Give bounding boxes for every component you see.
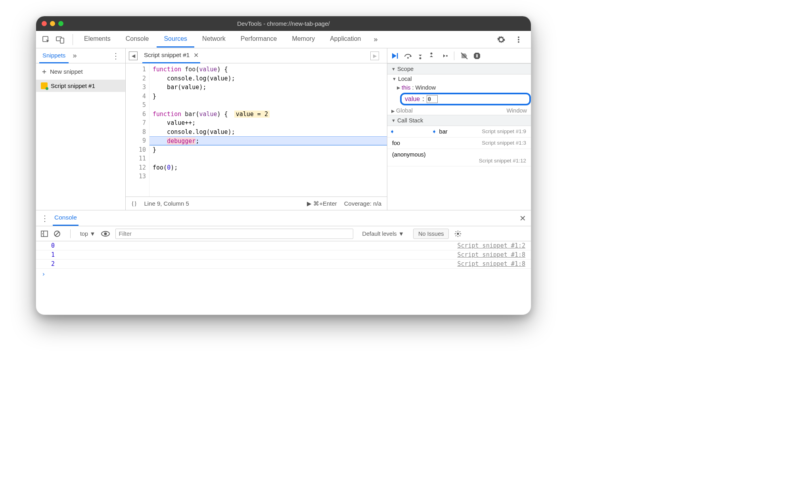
console-log-row[interactable]: 1Script snippet #1:8: [36, 250, 531, 260]
step-icon[interactable]: [440, 53, 448, 59]
debugger-toolbar: [387, 48, 531, 63]
close-drawer-icon[interactable]: ✕: [519, 214, 526, 223]
scope-local-header[interactable]: ▼ Local: [387, 74, 531, 83]
tab-application[interactable]: Application: [323, 31, 368, 48]
close-tab-icon[interactable]: ✕: [193, 52, 199, 59]
context-selector[interactable]: top ▼: [80, 231, 96, 237]
sources-panel: Snippets » ⋮ ＋ New snippet Script snippe…: [36, 48, 531, 210]
tab-console[interactable]: Console: [119, 31, 156, 48]
divider: [73, 34, 73, 45]
run-snippet-button[interactable]: ▶ ⌘+Enter: [307, 200, 337, 207]
tab-performance[interactable]: Performance: [234, 31, 284, 48]
step-out-icon[interactable]: [429, 52, 434, 59]
console-log-row[interactable]: 0Script snippet #1:2: [36, 241, 531, 250]
tab-network[interactable]: Network: [195, 31, 233, 48]
navigator-more-tabs-icon[interactable]: »: [73, 52, 77, 60]
console-toolbar: top ▼ Default levels ▼ No Issues: [36, 226, 531, 241]
navigator-menu-icon[interactable]: ⋮: [109, 51, 122, 61]
live-expression-icon[interactable]: [101, 231, 110, 237]
pretty-print-icon[interactable]: {}: [131, 200, 137, 207]
svg-point-9: [431, 52, 433, 54]
clear-console-icon[interactable]: [54, 230, 61, 237]
titlebar: DevTools - chrome://new-tab-page/: [36, 16, 531, 31]
new-snippet-button[interactable]: ＋ New snippet: [36, 63, 125, 80]
console-drawer: ⋮ Console ✕ top ▼ Default levels ▼ No Is…: [36, 210, 531, 279]
deactivate-breakpoints-icon[interactable]: [461, 52, 468, 59]
editor-pane: ◀ Script snippet #1 ✕ ▶ 1234567891011121…: [126, 48, 387, 210]
editor-history-back-icon[interactable]: ◀: [129, 52, 138, 60]
device-toggle-icon[interactable]: [54, 34, 66, 46]
line-gutter: 12345678910111213: [126, 63, 149, 197]
console-settings-icon[interactable]: [454, 230, 462, 237]
triangle-right-icon: ▶: [391, 109, 395, 113]
svg-rect-11: [476, 54, 477, 57]
scope-section-header[interactable]: ▼ Scope: [387, 63, 531, 74]
svg-point-10: [446, 55, 448, 57]
log-levels-selector[interactable]: Default levels ▼: [359, 229, 408, 239]
svg-point-16: [104, 232, 107, 235]
svg-point-4: [518, 39, 519, 40]
drawer-tab-console[interactable]: Console: [53, 210, 79, 226]
code-editor[interactable]: 12345678910111213 function foo(value) { …: [126, 63, 387, 197]
pause-exceptions-icon[interactable]: [473, 52, 481, 59]
navigator-tabs: Snippets » ⋮: [36, 48, 125, 63]
triangle-down-icon: ▼: [391, 67, 396, 71]
console-log-row[interactable]: 2Script snippet #1:8: [36, 260, 531, 269]
snippet-file-icon: [41, 82, 48, 89]
log-source-link[interactable]: Script snippet #1:2: [457, 242, 525, 249]
panel-tabs: Elements Console Sources Network Perform…: [77, 31, 495, 48]
drawer-menu-icon[interactable]: ⋮: [41, 214, 49, 223]
console-prompt[interactable]: ›: [36, 269, 531, 279]
code-content[interactable]: function foo(value) { console.log(value)…: [149, 63, 387, 197]
call-stack-frame[interactable]: ➧barScript snippet #1:9: [387, 126, 531, 137]
tab-sources[interactable]: Sources: [157, 31, 194, 48]
triangle-down-icon: ▼: [392, 76, 396, 81]
console-log-list: 0Script snippet #1:21Script snippet #1:8…: [36, 241, 531, 269]
svg-point-3: [518, 36, 519, 38]
svg-point-7: [407, 57, 409, 59]
triangle-right-icon: ▶: [397, 85, 400, 90]
svg-rect-6: [397, 53, 398, 59]
editor-tab-label: Script snippet #1: [144, 52, 190, 59]
call-stack-list: ➧barScript snippet #1:9fooScript snippet…: [387, 126, 531, 166]
step-over-icon[interactable]: [404, 53, 412, 59]
drawer-tabs: ⋮ Console ✕: [36, 210, 531, 226]
snippet-item[interactable]: Script snippet #1: [36, 80, 125, 92]
call-stack-frame[interactable]: (anonymous)Script snippet #1:12: [387, 149, 531, 166]
call-stack-section-header[interactable]: ▼ Call Stack: [387, 115, 531, 126]
tab-memory[interactable]: Memory: [285, 31, 322, 48]
svg-rect-12: [477, 54, 478, 57]
log-source-link[interactable]: Script snippet #1:8: [457, 260, 525, 267]
svg-point-5: [518, 41, 519, 43]
navigator-tab-snippets[interactable]: Snippets: [39, 48, 69, 63]
step-into-icon[interactable]: [417, 52, 423, 59]
more-tabs-icon[interactable]: »: [369, 31, 382, 48]
navigator-pane: Snippets » ⋮ ＋ New snippet Script snippe…: [36, 48, 126, 210]
editor-run-icon[interactable]: ▶: [370, 52, 379, 60]
inspect-element-icon[interactable]: [40, 34, 52, 46]
debugger-pane: ▼ Scope ▼ Local ▶ this: Window value: ▶ …: [387, 48, 531, 210]
console-sidebar-toggle-icon[interactable]: [41, 231, 48, 237]
scope-value-row-editing[interactable]: value:: [400, 93, 531, 105]
snippet-item-label: Script snippet #1: [51, 82, 95, 89]
scope-this-row[interactable]: ▶ this: Window: [387, 83, 531, 92]
svg-point-8: [419, 57, 421, 59]
editor-tab[interactable]: Script snippet #1 ✕: [142, 48, 200, 63]
no-issues-button[interactable]: No Issues: [413, 229, 449, 239]
editor-tabs: ◀ Script snippet #1 ✕ ▶: [126, 48, 387, 63]
svg-rect-2: [60, 38, 64, 43]
window-title: DevTools - chrome://new-tab-page/: [36, 20, 531, 27]
scope-value-input[interactable]: [427, 95, 438, 103]
svg-point-17: [457, 233, 459, 235]
tab-elements[interactable]: Elements: [77, 31, 118, 48]
cursor-position: Line 9, Column 5: [144, 200, 189, 207]
kebab-menu-icon[interactable]: [513, 34, 525, 46]
log-source-link[interactable]: Script snippet #1:8: [457, 251, 525, 258]
resume-icon[interactable]: [391, 52, 398, 59]
scope-global-row[interactable]: ▶ Global Window: [387, 106, 531, 115]
main-toolbar: Elements Console Sources Network Perform…: [36, 31, 531, 48]
new-snippet-label: New snippet: [50, 68, 83, 75]
settings-icon[interactable]: [495, 34, 507, 46]
call-stack-frame[interactable]: fooScript snippet #1:3: [387, 137, 531, 149]
console-filter-input[interactable]: [115, 229, 353, 239]
